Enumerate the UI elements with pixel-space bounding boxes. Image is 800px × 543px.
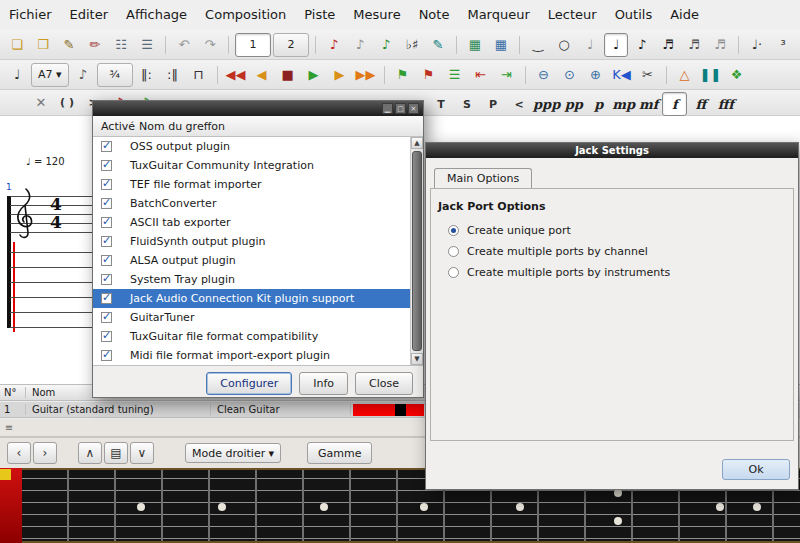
grace-note-icon[interactable]: ♪ <box>71 63 95 87</box>
compose-pen-icon[interactable]: ✎ <box>426 33 450 57</box>
matrix-editor-icon[interactable]: ▦ <box>463 33 487 57</box>
last-measure-button[interactable]: ▶▶ <box>354 63 378 87</box>
menu-item[interactable]: Aide <box>661 0 708 30</box>
accidental-icon[interactable]: ♭♯ <box>400 33 424 57</box>
note-duration-icon[interactable]: ♪ <box>374 33 398 57</box>
tuplet-icon[interactable]: ³ <box>771 33 795 57</box>
scrollbar-thumb[interactable] <box>412 151 422 351</box>
plugin-checkbox[interactable] <box>101 312 112 323</box>
song-properties-icon[interactable]: ☰ <box>135 33 159 57</box>
plugin-checkbox[interactable] <box>101 331 112 342</box>
marker-previous-icon[interactable]: ⇤ <box>469 63 493 87</box>
eighth-note-icon[interactable]: ♪ <box>630 33 654 57</box>
maximize-button[interactable]: ▢ <box>395 103 406 114</box>
menu-item[interactable]: Outils <box>606 0 662 30</box>
piano-editor-icon[interactable]: ▦ <box>489 33 513 57</box>
vertical-scrollbar[interactable]: ▲ ▼ <box>410 137 423 365</box>
plugin-row[interactable]: ASCII tab exporter <box>93 213 423 232</box>
plugin-checkbox[interactable] <box>101 274 112 285</box>
metronome-icon[interactable]: △ <box>673 63 697 87</box>
sixteenth-note-icon[interactable]: ♬ <box>656 33 680 57</box>
previous-track-button[interactable]: ‹ <box>7 442 31 464</box>
repeat-alternative-icon[interactable]: ⊓ <box>187 63 211 87</box>
plugin-checkbox[interactable] <box>101 160 112 171</box>
caret-voice-2-button[interactable]: 2 <box>273 33 309 57</box>
plugin-row[interactable]: FluidSynth output plugin <box>93 232 423 251</box>
menu-item[interactable]: Composition <box>196 0 295 30</box>
track-layout-icon[interactable]: ▤ <box>104 442 128 464</box>
fade-in-button[interactable]: < <box>507 93 531 115</box>
remove-note-icon[interactable]: ♪ <box>348 33 372 57</box>
plugin-row[interactable]: Jack Audio Connection Kit plugin support <box>93 289 423 308</box>
menu-item[interactable]: Affichage <box>117 0 196 30</box>
redo-icon[interactable]: ↷ <box>198 33 222 57</box>
menu-item[interactable]: Marqueur <box>458 0 538 30</box>
plugin-row[interactable]: TuxGuitar file format compatibility <box>93 327 423 346</box>
plugin-checkbox[interactable] <box>101 198 112 209</box>
dynamic-fff-button[interactable]: fff <box>714 93 737 115</box>
marker-remove-icon[interactable]: ⚑ <box>417 63 441 87</box>
plugin-checkbox[interactable] <box>101 350 112 361</box>
whole-note-icon[interactable]: ○ <box>552 33 576 57</box>
minimize-button[interactable]: ▁ <box>382 103 393 114</box>
close-button[interactable]: ✕ <box>408 103 419 114</box>
plugin-row[interactable]: System Tray plugin <box>93 270 423 289</box>
dynamic-mp-button[interactable]: mp <box>612 93 635 115</box>
tapping-button[interactable]: T <box>429 93 453 115</box>
half-note-icon[interactable]: ♩ <box>578 33 602 57</box>
repeat-close-icon[interactable]: :‖ <box>161 63 185 87</box>
export-icon[interactable]: ✏ <box>83 33 107 57</box>
menu-item[interactable]: Piste <box>295 0 344 30</box>
dynamic-f-button[interactable]: f <box>662 92 687 116</box>
info-button[interactable]: Info <box>299 372 348 395</box>
jack-dialog-titlebar[interactable]: Jack Settings <box>426 143 798 158</box>
dead-note-icon[interactable]: ✕ <box>29 91 53 115</box>
tie-note-icon[interactable]: ‿ <box>526 33 550 57</box>
dotted-note-icon[interactable]: ♩· <box>745 33 769 57</box>
popping-button[interactable]: P <box>481 93 505 115</box>
thirtysecond-note-icon[interactable]: ♬ <box>682 33 706 57</box>
previous-measure-button[interactable]: ◀ <box>250 63 274 87</box>
menu-item[interactable]: Lecteur <box>539 0 606 30</box>
marker-list-icon[interactable]: ☰ <box>443 63 467 87</box>
undo-icon[interactable]: ↶ <box>172 33 196 57</box>
radio-option[interactable]: Create unique port <box>448 220 670 241</box>
dynamic-p-button[interactable]: p <box>587 93 610 115</box>
mixer-icon[interactable]: ❚❚ <box>699 63 723 87</box>
plugin-row[interactable]: OSS output plugin <box>93 137 423 156</box>
goto-note-icon[interactable]: ♩ <box>5 63 29 87</box>
dynamic-mf-button[interactable]: mf <box>637 93 660 115</box>
plugin-row[interactable]: ALSA output plugin <box>93 251 423 270</box>
first-measure-button[interactable]: ◀◀ <box>224 63 248 87</box>
marker-next-icon[interactable]: ⇥ <box>495 63 519 87</box>
play-selection-icon[interactable]: K◀ <box>610 63 634 87</box>
plugin-row[interactable]: Midi file format import-export plugin <box>93 346 423 365</box>
zoom-reset-icon[interactable]: ⊙ <box>558 63 582 87</box>
ok-button[interactable]: Ok <box>722 459 790 480</box>
plugin-checkbox[interactable] <box>101 179 112 190</box>
marker-add-icon[interactable]: ⚑ <box>391 63 415 87</box>
configurer-button[interactable]: Configurer <box>206 372 292 395</box>
tab-main-options[interactable]: Main Options <box>434 168 532 188</box>
zoom-out-icon[interactable]: ⊖ <box>532 63 556 87</box>
caret-voice-1-button[interactable]: 1 <box>235 33 271 57</box>
new-song-icon[interactable]: ❏ <box>5 33 29 57</box>
quarter-note-icon[interactable]: ♩ <box>604 33 628 57</box>
radio-option[interactable]: Create multiple ports by channel <box>448 241 670 262</box>
plugin-row[interactable]: TEF file format importer <box>93 175 423 194</box>
hand-mode-select[interactable]: Mode droitier ▾ <box>185 443 281 463</box>
zoom-in-icon[interactable]: ⊕ <box>584 63 608 87</box>
menu-item[interactable]: Note <box>410 0 459 30</box>
next-measure-button[interactable]: ▶ <box>328 63 352 87</box>
plugin-checkbox[interactable] <box>101 255 112 266</box>
menu-item[interactable]: Fichier <box>0 0 61 30</box>
tuner-icon[interactable]: ❖ <box>725 63 749 87</box>
plugin-checkbox[interactable] <box>101 141 112 152</box>
dynamic-ff-button[interactable]: ff <box>689 93 712 115</box>
play-button[interactable]: ▶ <box>302 63 326 87</box>
plugin-checkbox[interactable] <box>101 236 112 247</box>
scroll-down-icon[interactable]: ▼ <box>411 353 423 365</box>
radio-option[interactable]: Create multiple ports by instruments <box>448 262 670 283</box>
scroll-grip-icon[interactable]: ≡ <box>2 422 16 433</box>
edit-pencil-icon[interactable]: ✎ <box>57 33 81 57</box>
